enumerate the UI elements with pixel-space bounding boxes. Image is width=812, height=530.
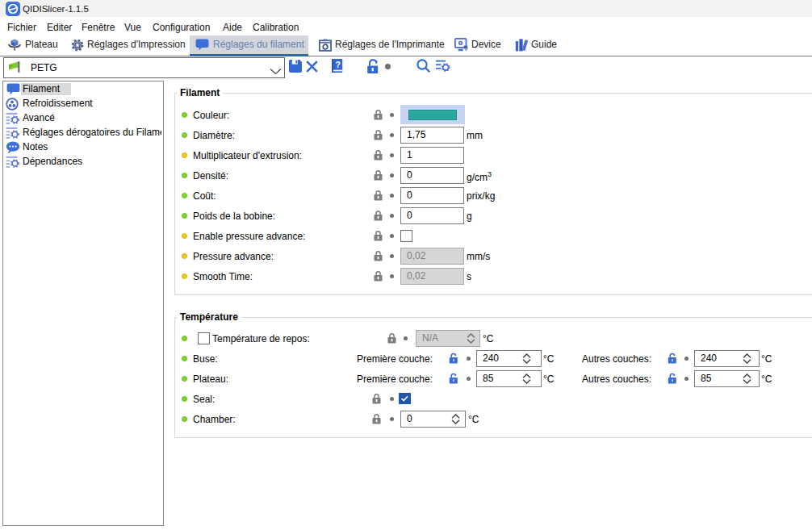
svg-text:?: ? <box>335 60 340 69</box>
